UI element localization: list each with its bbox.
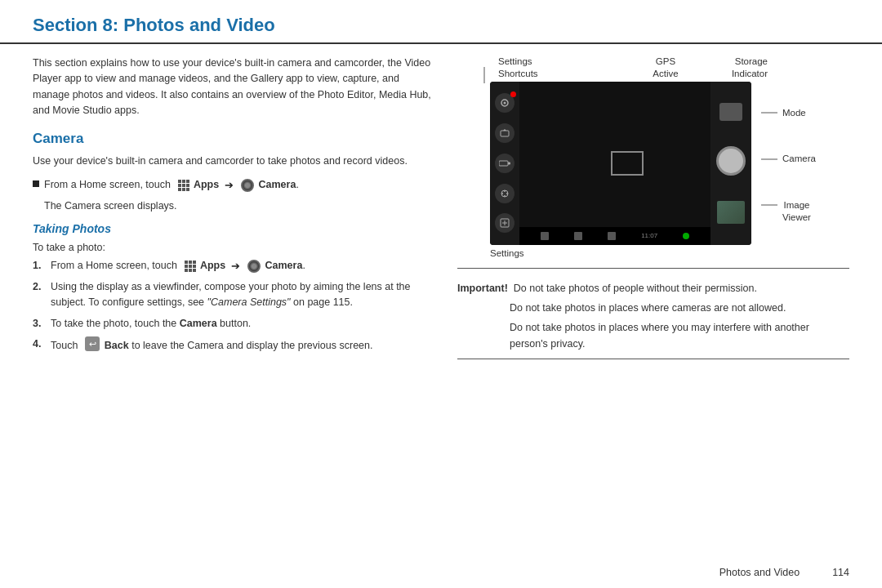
intro-text: This section explains how to use your de… — [33, 56, 433, 119]
cam-bottom-statusbar: 11:07 — [519, 227, 710, 245]
step-4: 4. Touch ↩ Back to leave the Camera and … — [33, 336, 433, 356]
top-labels-row: SettingsShortcuts GPSActive StorageIndic… — [457, 56, 768, 80]
grid-cell — [193, 261, 196, 264]
arrow-icon-2: ➔ — [231, 260, 240, 272]
camera-lens-icon — [241, 179, 254, 192]
label-settings-shortcuts: SettingsShortcuts — [498, 56, 572, 80]
cam-settings-shortcut-4 — [495, 184, 514, 203]
back-icon: ↩ — [85, 336, 100, 356]
image-viewer-label-row: ImageViewer — [761, 199, 816, 224]
camera-label-inline: Camera — [259, 179, 296, 190]
bottom-divider — [457, 359, 849, 359]
image-viewer-line — [761, 204, 777, 206]
step-num-2: 2. — [33, 279, 46, 311]
svg-rect-5 — [501, 131, 509, 136]
apps-grid-icon — [178, 180, 189, 191]
svg-rect-7 — [499, 161, 508, 166]
page-container: Section 8: Photos and Video This section… — [0, 0, 882, 588]
step-num-1: 1. — [33, 258, 46, 274]
grid-cell — [178, 188, 181, 191]
grid-cell — [193, 269, 196, 272]
status-green-dot — [683, 233, 689, 239]
important-para-1: Important! Do not take photos of people … — [457, 280, 849, 296]
grid-cell — [182, 184, 185, 187]
grid-cell — [185, 269, 188, 272]
arrow-icon: ➔ — [225, 179, 234, 191]
grid-cell — [182, 188, 185, 191]
grid-cell — [186, 180, 189, 183]
step-1: 1. From a Home screen, touch Apps ➔ — [33, 258, 433, 274]
status-icon-2 — [574, 232, 582, 240]
apps-grid-icon-2 — [185, 261, 196, 272]
shutter-button — [716, 146, 746, 176]
apps-icon-inline-2: Apps — [183, 258, 225, 274]
svg-point-4 — [504, 102, 506, 105]
mode-line — [761, 112, 777, 114]
mode-label: Mode — [782, 107, 806, 119]
camera-label-inline-2: Camera — [265, 260, 303, 271]
step-3: 3. To take the photo, touch the Camera b… — [33, 316, 433, 332]
important-para-3: Do not take photos in places where you m… — [510, 319, 849, 352]
camera-desc: Use your device's built-in camera and ca… — [33, 154, 433, 169]
right-side-labels: Mode Camera ImageViewer — [758, 82, 816, 241]
grid-cell — [189, 269, 192, 272]
grid-cell — [189, 265, 192, 268]
camera-screen: 11:07 — [490, 82, 751, 245]
page-footer: Photos and Video 114 — [719, 567, 849, 578]
footer-section: Photos and Video — [719, 567, 800, 578]
camera-diagram: 11:07 Settings Mode Camera — [457, 82, 849, 258]
apps-label: Apps — [194, 177, 219, 193]
mode-button — [719, 103, 742, 121]
grid-cell — [182, 180, 185, 183]
camera-label-row: Camera — [761, 153, 816, 165]
camera-sub-line: The Camera screen displays. — [44, 198, 433, 214]
cam-settings-shortcut-2 — [495, 123, 514, 143]
mode-label-row: Mode — [761, 107, 816, 119]
label-gps-active: GPSActive — [621, 56, 710, 80]
status-icon-1 — [541, 232, 549, 240]
grid-cell — [193, 265, 196, 268]
diagram-top-labels: SettingsShortcuts GPSActive StorageIndic… — [457, 56, 849, 80]
cam-left-toolbar — [490, 82, 519, 245]
step-1-text: From a Home screen, touch Apps ➔ Camera — [51, 258, 305, 274]
content-area: This section explains how to use your de… — [0, 44, 882, 534]
grid-cell — [178, 180, 181, 183]
svg-rect-8 — [508, 162, 510, 164]
camera-label-right: Camera — [782, 153, 816, 165]
grid-cell — [178, 184, 181, 187]
step-3-text: To take the photo, touch the Camera butt… — [51, 316, 251, 332]
apps-icon-inline: Apps — [176, 177, 219, 193]
svg-text:↩: ↩ — [89, 339, 96, 349]
status-icon-3 — [608, 232, 616, 240]
step-num-4: 4. — [33, 336, 46, 356]
focus-bracket — [611, 151, 644, 176]
cam-settings-shortcut-3 — [495, 154, 514, 173]
grid-cell — [189, 261, 192, 264]
grid-cell — [185, 265, 188, 268]
step-2: 2. Using the display as a viewfinder, co… — [33, 279, 433, 311]
steps-list: 1. From a Home screen, touch Apps ➔ — [33, 258, 433, 357]
cam-settings-shortcut-5 — [495, 213, 514, 233]
cam-right-toolbar — [710, 82, 751, 245]
important-section: Important! Do not take photos of people … — [457, 275, 849, 352]
cam-settings-shortcut-1 — [495, 93, 514, 113]
grid-cell — [186, 184, 189, 187]
important-para-2: Do not take photos in places where camer… — [510, 300, 849, 316]
step-num-3: 3. — [33, 316, 46, 332]
image-viewer-label: ImageViewer — [782, 199, 811, 224]
svg-marker-6 — [503, 129, 506, 131]
important-divider — [457, 268, 849, 269]
step-4-text: Touch ↩ Back to leave the Camera and dis… — [51, 336, 372, 356]
bullet-item-1: From a Home screen, touch Apps ➔ Camera. — [33, 177, 433, 194]
label-storage-indicator: StorageIndicator — [710, 56, 768, 80]
right-column: SettingsShortcuts GPSActive StorageIndic… — [457, 44, 849, 534]
bullet-square — [33, 180, 39, 187]
status-time: 11:07 — [641, 232, 657, 239]
step-2-text: Using the display as a viewfinder, compo… — [51, 279, 433, 311]
left-column: This section explains how to use your de… — [33, 44, 433, 534]
camera-screen-wrapper: 11:07 Settings — [457, 82, 751, 258]
section-title: Section 8: Photos and Video — [33, 15, 849, 36]
settings-bottom-label: Settings — [490, 248, 751, 258]
section-header: Section 8: Photos and Video — [0, 0, 882, 44]
to-take-label: To take a photo: — [33, 242, 433, 253]
